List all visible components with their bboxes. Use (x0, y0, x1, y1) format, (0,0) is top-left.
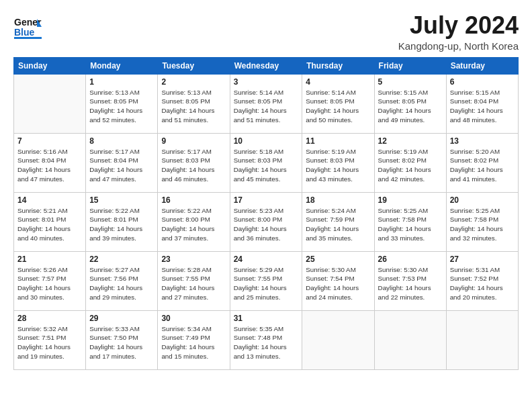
day-number: 17 (234, 195, 299, 205)
calendar-week-row: 21Sunrise: 5:26 AM Sunset: 7:57 PM Dayli… (14, 251, 519, 310)
cell-info: Sunrise: 5:21 AM Sunset: 8:01 PM Dayligh… (17, 206, 82, 243)
calendar-cell: 14Sunrise: 5:21 AM Sunset: 8:01 PM Dayli… (14, 192, 86, 251)
cell-info: Sunrise: 5:25 AM Sunset: 7:58 PM Dayligh… (378, 206, 443, 243)
calendar-cell: 4Sunrise: 5:14 AM Sunset: 8:05 PM Daylig… (302, 74, 374, 133)
cell-info: Sunrise: 5:13 AM Sunset: 8:05 PM Dayligh… (89, 88, 154, 125)
cell-info: Sunrise: 5:20 AM Sunset: 8:02 PM Dayligh… (450, 147, 515, 184)
logo: General Blue (13, 12, 42, 40)
day-number: 28 (17, 314, 82, 323)
calendar-cell: 18Sunrise: 5:24 AM Sunset: 7:59 PM Dayli… (302, 192, 374, 251)
calendar-cell: 20Sunrise: 5:25 AM Sunset: 7:58 PM Dayli… (446, 192, 518, 251)
calendar-cell: 21Sunrise: 5:26 AM Sunset: 7:57 PM Dayli… (14, 251, 86, 310)
day-number: 19 (378, 195, 443, 205)
day-number: 31 (234, 314, 299, 323)
cell-info: Sunrise: 5:34 AM Sunset: 7:49 PM Dayligh… (161, 324, 226, 361)
calendar-cell: 28Sunrise: 5:32 AM Sunset: 7:51 PM Dayli… (14, 310, 86, 369)
weekday-header: Friday (374, 57, 446, 74)
weekday-header: Saturday (446, 57, 518, 74)
calendar-week-row: 1Sunrise: 5:13 AM Sunset: 8:05 PM Daylig… (14, 74, 519, 133)
day-number: 30 (161, 314, 226, 323)
cell-info: Sunrise: 5:22 AM Sunset: 8:00 PM Dayligh… (161, 206, 226, 243)
cell-info: Sunrise: 5:25 AM Sunset: 7:58 PM Dayligh… (450, 206, 515, 243)
calendar-cell: 16Sunrise: 5:22 AM Sunset: 8:00 PM Dayli… (158, 192, 230, 251)
calendar-cell: 24Sunrise: 5:29 AM Sunset: 7:55 PM Dayli… (230, 251, 302, 310)
calendar-page: General Blue July 2024 Kangdong-up, Nort… (0, 0, 532, 411)
day-number: 8 (89, 136, 154, 146)
calendar-cell: 17Sunrise: 5:23 AM Sunset: 8:00 PM Dayli… (230, 192, 302, 251)
logo-icon: General Blue (13, 12, 42, 40)
calendar-cell: 29Sunrise: 5:33 AM Sunset: 7:50 PM Dayli… (86, 310, 158, 369)
calendar-cell: 6Sunrise: 5:15 AM Sunset: 8:04 PM Daylig… (446, 74, 518, 133)
weekday-header: Monday (86, 57, 158, 74)
calendar-cell: 12Sunrise: 5:19 AM Sunset: 8:02 PM Dayli… (374, 133, 446, 192)
calendar-cell: 26Sunrise: 5:30 AM Sunset: 7:53 PM Dayli… (374, 251, 446, 310)
cell-info: Sunrise: 5:29 AM Sunset: 7:55 PM Dayligh… (234, 265, 299, 302)
calendar-cell: 25Sunrise: 5:30 AM Sunset: 7:54 PM Dayli… (302, 251, 374, 310)
calendar-cell: 7Sunrise: 5:16 AM Sunset: 8:04 PM Daylig… (14, 133, 86, 192)
cell-info: Sunrise: 5:15 AM Sunset: 8:04 PM Dayligh… (450, 88, 515, 125)
day-number: 13 (450, 136, 515, 146)
cell-info: Sunrise: 5:17 AM Sunset: 8:03 PM Dayligh… (161, 147, 226, 184)
calendar-week-row: 28Sunrise: 5:32 AM Sunset: 7:51 PM Dayli… (14, 310, 519, 369)
day-number: 21 (17, 255, 82, 264)
day-number: 4 (306, 77, 370, 87)
day-number: 29 (89, 314, 154, 323)
day-number: 10 (234, 136, 299, 146)
day-number: 24 (234, 255, 299, 264)
calendar-cell: 1Sunrise: 5:13 AM Sunset: 8:05 PM Daylig… (86, 74, 158, 133)
cell-info: Sunrise: 5:30 AM Sunset: 7:53 PM Dayligh… (378, 265, 443, 302)
calendar-cell: 15Sunrise: 5:22 AM Sunset: 8:01 PM Dayli… (86, 192, 158, 251)
calendar-header: SundayMondayTuesdayWednesdayThursdayFrid… (14, 57, 519, 74)
day-number: 26 (378, 255, 443, 264)
svg-rect-3 (14, 37, 42, 39)
weekday-header: Tuesday (158, 57, 230, 74)
day-number: 2 (161, 77, 226, 87)
cell-info: Sunrise: 5:18 AM Sunset: 8:03 PM Dayligh… (234, 147, 299, 184)
cell-info: Sunrise: 5:13 AM Sunset: 8:05 PM Dayligh… (161, 88, 226, 125)
day-number: 16 (161, 195, 226, 205)
cell-info: Sunrise: 5:23 AM Sunset: 8:00 PM Dayligh… (234, 206, 299, 243)
day-number: 22 (89, 255, 154, 264)
cell-info: Sunrise: 5:31 AM Sunset: 7:52 PM Dayligh… (450, 265, 515, 302)
calendar-cell: 3Sunrise: 5:14 AM Sunset: 8:05 PM Daylig… (230, 74, 302, 133)
header: General Blue July 2024 Kangdong-up, Nort… (13, 12, 519, 52)
calendar-table: SundayMondayTuesdayWednesdayThursdayFrid… (13, 57, 519, 370)
day-number: 6 (450, 77, 515, 87)
cell-info: Sunrise: 5:19 AM Sunset: 8:03 PM Dayligh… (306, 147, 370, 184)
calendar-cell: 5Sunrise: 5:15 AM Sunset: 8:05 PM Daylig… (374, 74, 446, 133)
day-number: 23 (161, 255, 226, 264)
day-number: 12 (378, 136, 443, 146)
weekday-header: Wednesday (230, 57, 302, 74)
cell-info: Sunrise: 5:33 AM Sunset: 7:50 PM Dayligh… (89, 324, 154, 361)
day-number: 20 (450, 195, 515, 205)
month-title: July 2024 (398, 12, 519, 39)
day-number: 7 (17, 136, 82, 146)
calendar-week-row: 14Sunrise: 5:21 AM Sunset: 8:01 PM Dayli… (14, 192, 519, 251)
cell-info: Sunrise: 5:17 AM Sunset: 8:04 PM Dayligh… (89, 147, 154, 184)
day-number: 3 (234, 77, 299, 87)
svg-text:Blue: Blue (14, 27, 35, 38)
calendar-cell: 9Sunrise: 5:17 AM Sunset: 8:03 PM Daylig… (158, 133, 230, 192)
cell-info: Sunrise: 5:30 AM Sunset: 7:54 PM Dayligh… (306, 265, 370, 302)
cell-info: Sunrise: 5:14 AM Sunset: 8:05 PM Dayligh… (234, 88, 299, 125)
cell-info: Sunrise: 5:32 AM Sunset: 7:51 PM Dayligh… (17, 324, 82, 361)
calendar-cell (446, 310, 518, 369)
cell-info: Sunrise: 5:35 AM Sunset: 7:48 PM Dayligh… (234, 324, 299, 361)
location: Kangdong-up, North Korea (398, 40, 519, 52)
calendar-cell: 8Sunrise: 5:17 AM Sunset: 8:04 PM Daylig… (86, 133, 158, 192)
calendar-cell: 19Sunrise: 5:25 AM Sunset: 7:58 PM Dayli… (374, 192, 446, 251)
calendar-cell (14, 74, 86, 133)
day-number: 11 (306, 136, 370, 146)
cell-info: Sunrise: 5:15 AM Sunset: 8:05 PM Dayligh… (378, 88, 443, 125)
day-number: 5 (378, 77, 443, 87)
day-number: 1 (89, 77, 154, 87)
calendar-cell: 31Sunrise: 5:35 AM Sunset: 7:48 PM Dayli… (230, 310, 302, 369)
cell-info: Sunrise: 5:24 AM Sunset: 7:59 PM Dayligh… (306, 206, 370, 243)
calendar-cell: 13Sunrise: 5:20 AM Sunset: 8:02 PM Dayli… (446, 133, 518, 192)
title-block: July 2024 Kangdong-up, North Korea (398, 12, 519, 52)
calendar-cell: 10Sunrise: 5:18 AM Sunset: 8:03 PM Dayli… (230, 133, 302, 192)
calendar-cell: 23Sunrise: 5:28 AM Sunset: 7:55 PM Dayli… (158, 251, 230, 310)
calendar-week-row: 7Sunrise: 5:16 AM Sunset: 8:04 PM Daylig… (14, 133, 519, 192)
calendar-cell (302, 310, 374, 369)
cell-info: Sunrise: 5:28 AM Sunset: 7:55 PM Dayligh… (161, 265, 226, 302)
